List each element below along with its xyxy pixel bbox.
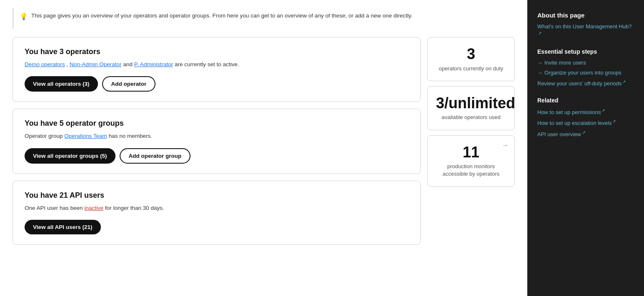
arrow-right-icon: → (502, 142, 509, 149)
inactive-text: inactive (84, 205, 103, 211)
stat-label-operators-used: available operators used (436, 114, 506, 121)
p-administrator-link[interactable]: P. Administrator (134, 61, 173, 67)
stat-card-production-monitors: → 11 production monitors accessible by o… (427, 135, 515, 187)
stat-label-operators-on-duty: operators currently on duty (436, 65, 506, 72)
sidebar-related-title: Related (537, 97, 634, 104)
operator-groups-card-title: You have 5 operator groups (25, 119, 408, 128)
view-all-api-users-button[interactable]: View all API users (21) (25, 220, 101, 234)
sidebar-link-permissions[interactable]: How to set up permissions↗ (537, 108, 634, 117)
stat-card-operators-on-duty: 3 operators currently on duty (427, 37, 515, 81)
info-banner-text: This page gives you an overview of your … (31, 12, 413, 19)
non-admin-operator-link[interactable]: Non-Admin Operator (70, 61, 122, 67)
groups-btn-group: View all operator groups (5) Add operato… (25, 148, 408, 164)
cards-column: You have 3 operators Demo operators , No… (13, 37, 515, 245)
operators-card-desc: Demo operators , Non-Admin Operator and … (25, 60, 408, 69)
sidebar-link-escalation-levels[interactable]: How to set up escalation levels↗ (537, 119, 634, 127)
view-all-groups-button[interactable]: View all operator groups (5) (25, 148, 115, 164)
sidebar-about-section: About this page What's on this User Mana… (537, 12, 634, 39)
sidebar: About this page What's on this User Mana… (527, 0, 644, 296)
stat-number-operators-used: 3/unlimited (436, 95, 506, 112)
operations-team-link[interactable]: Operations Team (64, 133, 107, 139)
sidebar-about-link[interactable]: What's on this User Management Hub?↗ (537, 23, 634, 39)
info-banner: 💡 This page gives you an overview of you… (13, 8, 515, 29)
sidebar-essential-title: Essential setup steps (537, 48, 634, 55)
view-all-operators-button[interactable]: View all operators (3) (25, 76, 98, 92)
sidebar-essential-section: Essential setup steps →Invite more users… (537, 48, 634, 88)
sidebar-related-section: Related How to set up permissions↗ How t… (537, 97, 634, 139)
operator-groups-card: You have 5 operator groups Operator grou… (13, 109, 421, 174)
sidebar-link-api-user-overview[interactable]: API user overview↗ (537, 130, 634, 139)
stat-label-production-monitors: production monitors accessible by operat… (436, 163, 506, 178)
operator-groups-card-desc: Operator group Operations Team has no me… (25, 132, 408, 140)
main-cards: You have 3 operators Demo operators , No… (13, 37, 421, 245)
operators-card-title: You have 3 operators (25, 47, 408, 56)
sidebar-about-title: About this page (537, 12, 634, 19)
stat-number-operators-on-duty: 3 (436, 46, 506, 62)
api-btn-group: View all API users (21) (25, 220, 408, 234)
operators-card: You have 3 operators Demo operators , No… (13, 37, 421, 102)
api-users-card-title: You have 21 API users (25, 191, 408, 200)
stat-number-production-monitors: 11 (436, 144, 506, 161)
add-operator-button[interactable]: Add operator (102, 76, 156, 92)
demo-operators-link[interactable]: Demo operators (25, 61, 65, 67)
add-operator-group-button[interactable]: Add operator group (120, 148, 191, 164)
sidebar-link-invite-users[interactable]: →Invite more users (537, 59, 634, 67)
stats-column: 3 operators currently on duty 3/unlimite… (427, 37, 515, 187)
sidebar-link-off-duty[interactable]: Review your users' off-duty periods↗ (537, 79, 634, 88)
api-users-card: You have 21 API users One API user has b… (13, 181, 421, 245)
sidebar-link-organize-users[interactable]: →Organize your users into groups (537, 69, 634, 77)
api-users-card-desc: One API user has been inactive for longe… (25, 204, 408, 212)
operators-btn-group: View all operators (3) Add operator (25, 76, 408, 92)
bulb-icon: 💡 (20, 12, 28, 20)
main-content: 💡 This page gives you an overview of you… (0, 0, 527, 296)
stat-card-operators-used: 3/unlimited available operators used (427, 86, 515, 130)
